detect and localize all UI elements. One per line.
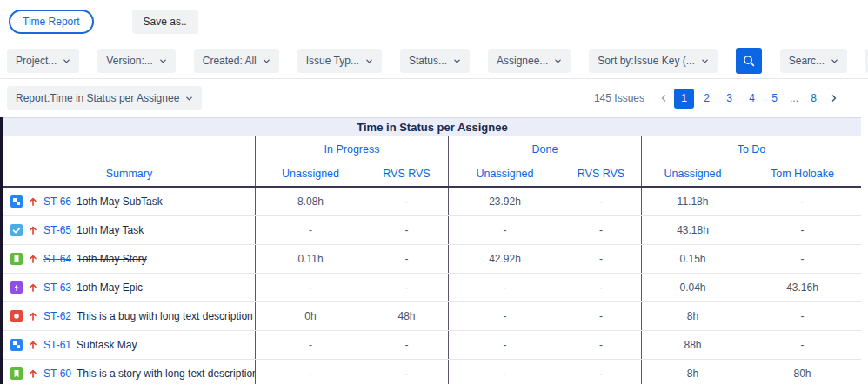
table-body: ST-661oth May SubTask8.08h-23.92h-11.18h… (3, 188, 861, 384)
dropdown-label: Sort by:Issue Key (... (598, 55, 694, 67)
issue-key-link[interactable]: ST-61 (43, 339, 71, 351)
chevron-down-icon (185, 95, 193, 103)
page-button-4[interactable]: 4 (742, 89, 762, 109)
value-cell: - (365, 216, 448, 244)
chevron-down-icon (63, 57, 70, 65)
chevron-down-icon (263, 57, 270, 65)
page-button-5[interactable]: 5 (765, 89, 785, 109)
column-header-done-rvs-rvs[interactable]: RVS RVS (561, 162, 641, 186)
issue-summary: Subtask May (77, 339, 137, 351)
dropdown-label: Project... (16, 55, 57, 67)
dropdown-label: Version:... (106, 55, 152, 67)
value-cell: 43.16h (744, 274, 861, 301)
value-cell: - (365, 245, 448, 273)
save-as-button[interactable]: Save as.. (132, 10, 198, 34)
page-button-3[interactable]: 3 (719, 89, 739, 109)
page-button-1[interactable]: 1 (674, 89, 694, 109)
value-cell: 11.18h (641, 188, 744, 215)
value-cell: 42.92h (448, 245, 561, 273)
summary-cell: ST-641oth May Story (3, 245, 255, 273)
summary-cell: ST-661oth May SubTask (3, 188, 255, 215)
issue-summary: 1oth May Task (77, 224, 144, 236)
issue-summary: 1oth May Story (77, 253, 147, 265)
report-bar: Report:Time in Status per Assignee 145 I… (0, 79, 868, 117)
table-row: ST-60This is a story with long text desc… (3, 360, 861, 384)
filter-sort-by-issue-key-dropdown[interactable]: Sort by:Issue Key (... (589, 49, 717, 73)
table-row: ST-641oth May Story0.11h-42.92h-0.15h- (3, 245, 861, 274)
value-cell: - (561, 360, 641, 384)
issue-summary: 1oth May SubTask (77, 195, 163, 208)
filter-project-dropdown[interactable]: Project... (7, 49, 79, 73)
value-cell: 0h (255, 302, 365, 330)
issue-key-link[interactable]: ST-65 (43, 224, 71, 236)
value-cell: - (561, 188, 641, 215)
app-window: Time Report Save as.. Project...Version:… (0, 0, 868, 384)
value-cell: - (744, 331, 861, 359)
column-header-in-progress-unassigned[interactable]: Unassigned (255, 162, 365, 186)
filter-version-dropdown[interactable]: Version:... (97, 49, 175, 73)
issue-key-link[interactable]: ST-64 (43, 253, 71, 265)
value-cell: - (255, 274, 365, 301)
priority-up-icon (28, 282, 38, 293)
value-cell: - (744, 216, 861, 244)
summary-cell: ST-60This is a story with long text desc… (3, 360, 255, 384)
issue-key-link[interactable]: ST-62 (43, 310, 71, 322)
group-header-spacer (3, 136, 255, 162)
column-header-to-do-tom-holoake[interactable]: Tom Holoake (744, 162, 861, 186)
search-button[interactable] (736, 48, 762, 74)
summary-cell: ST-62This is a bug with long text descri… (3, 302, 255, 330)
issue-key-link[interactable]: ST-60 (43, 367, 71, 380)
subtask-icon (10, 339, 23, 351)
chevron-left-icon (659, 94, 668, 103)
dropdown-label: Issue Typ... (306, 55, 359, 67)
page-button-8[interactable]: 8 (804, 89, 824, 109)
chevron-down-icon (831, 57, 838, 65)
priority-up-icon (28, 196, 38, 207)
value-cell: - (255, 216, 365, 244)
pagination-prev-button[interactable] (656, 90, 671, 106)
dropdown-label: Searc... (789, 55, 825, 67)
table-title: Time in Status per Assignee (3, 117, 861, 136)
filter-created-all-dropdown[interactable]: Created: All (194, 49, 279, 73)
report-table: Time in Status per Assignee In ProgressD… (0, 117, 868, 384)
value-cell: - (365, 331, 448, 359)
task-icon (10, 224, 23, 236)
page-button-2[interactable]: 2 (697, 89, 717, 109)
table-row: ST-651oth May Task----43.18h- (3, 216, 861, 245)
priority-up-icon (28, 368, 38, 379)
search-icon (742, 54, 756, 68)
subtask-icon (10, 195, 23, 208)
group-header-to-do: To Do (641, 136, 861, 162)
filter-status-dropdown[interactable]: Status... (400, 49, 470, 73)
chevron-down-icon (554, 57, 562, 65)
filter-searc-dropdown[interactable]: Searc... (780, 49, 847, 73)
report-selector-dropdown[interactable]: Report:Time in Status per Assignee (7, 86, 202, 110)
summary-cell: ST-631oth May Epic (3, 274, 255, 301)
issue-key-link[interactable]: ST-63 (43, 281, 71, 294)
time-report-button[interactable]: Time Report (9, 10, 94, 34)
column-header-done-unassigned[interactable]: Unassigned (448, 162, 561, 186)
issue-key-link[interactable]: ST-66 (43, 195, 71, 208)
filter-assignee-dropdown[interactable]: Assignee... (488, 49, 571, 73)
column-header-row: SummaryUnassignedRVS RVSUnassignedRVS RV… (3, 162, 861, 188)
pagination-next-button[interactable] (826, 90, 842, 106)
value-cell: - (448, 302, 561, 330)
filter-issue-typ-dropdown[interactable]: Issue Typ... (297, 49, 382, 73)
column-header-in-progress-rvs-rvs[interactable]: RVS RVS (365, 162, 448, 186)
value-cell: 8.08h (255, 188, 365, 215)
table-row: ST-631oth May Epic----0.04h43.16h (3, 274, 861, 302)
column-header-to-do-unassigned[interactable]: Unassigned (641, 162, 744, 186)
value-cell: - (448, 331, 561, 359)
dropdown-label: Assignee... (497, 55, 548, 67)
chevron-right-icon (830, 94, 838, 103)
group-header-done: Done (448, 136, 641, 162)
value-cell: - (365, 274, 448, 301)
dropdown-label: Created: All (203, 55, 257, 67)
summary-column-header[interactable]: Summary (3, 162, 255, 186)
value-cell: - (561, 302, 641, 330)
summary-cell: ST-61Subtask May (3, 331, 255, 359)
value-cell: 8h (641, 360, 744, 384)
value-cell: - (255, 331, 365, 359)
priority-up-icon (28, 340, 38, 350)
group-header-in-progress: In Progress (255, 136, 448, 162)
